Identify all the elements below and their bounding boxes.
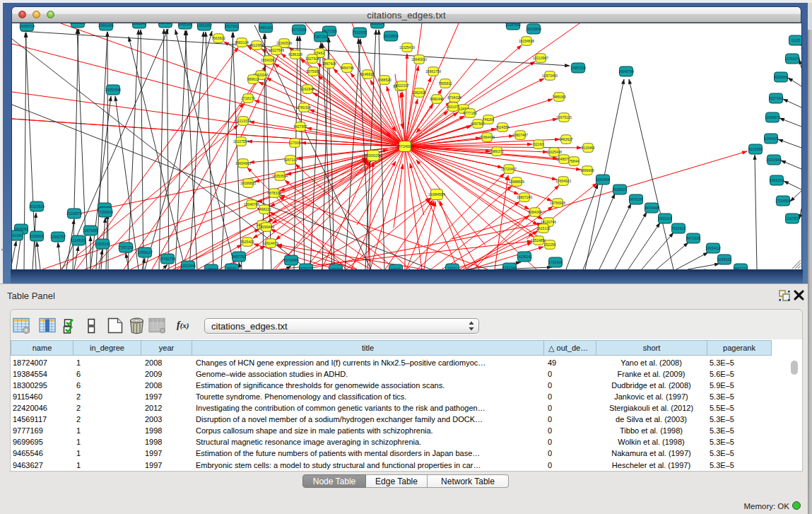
svg-text:20364436: 20364436 [479, 135, 495, 139]
svg-text:18724007: 18724007 [396, 144, 413, 148]
svg-text:16210943: 16210943 [766, 158, 782, 162]
svg-text:16648784: 16648784 [618, 69, 634, 74]
svg-text:10914479: 10914479 [263, 241, 278, 245]
svg-text:18227509: 18227509 [269, 48, 284, 52]
svg-text:391159: 391159 [12, 233, 22, 238]
svg-text:9227342: 9227342 [769, 96, 783, 100]
svg-text:6734028: 6734028 [447, 95, 461, 100]
svg-text:19654963: 19654963 [235, 161, 251, 165]
svg-text:15716485: 15716485 [283, 258, 299, 262]
svg-text:8912954: 8912954 [249, 43, 264, 47]
svg-text:20691406: 20691406 [98, 23, 114, 28]
svg-text:20595139: 20595139 [70, 23, 86, 25]
svg-text:1640954: 1640954 [596, 177, 610, 182]
svg-text:15640910: 15640910 [411, 57, 427, 62]
svg-text:1615132: 1615132 [536, 226, 551, 230]
svg-text:2867608: 2867608 [322, 62, 336, 66]
svg-text:11325419: 11325419 [399, 45, 415, 49]
svg-text:10107554: 10107554 [233, 139, 249, 144]
svg-text:1362615: 1362615 [412, 90, 426, 95]
svg-text:3624554: 3624554 [495, 125, 510, 129]
svg-text:7625402: 7625402 [240, 240, 254, 244]
svg-text:10958107: 10958107 [137, 250, 153, 255]
svg-text:9242848: 9242848 [300, 87, 314, 91]
svg-text:8186328: 8186328 [288, 52, 302, 57]
svg-text:9322037: 9322037 [395, 83, 409, 88]
svg-text:19756928: 19756928 [550, 201, 565, 205]
svg-text:10719155: 10719155 [291, 28, 307, 32]
svg-text:6466160: 6466160 [259, 25, 273, 30]
svg-text:12213314: 12213314 [235, 119, 251, 123]
svg-text:10653267: 10653267 [196, 23, 212, 28]
svg-text:9990448: 9990448 [430, 97, 444, 101]
svg-text:10046788: 10046788 [244, 202, 259, 206]
svg-text:1081140: 1081140 [132, 23, 146, 25]
svg-text:13957224: 13957224 [570, 66, 586, 70]
svg-text:989612: 989612 [247, 77, 259, 81]
svg-text:8938923: 8938923 [613, 187, 627, 192]
svg-text:1065326: 1065326 [178, 23, 192, 26]
svg-text:1678275: 1678275 [299, 267, 313, 269]
svg-text:14099489: 14099489 [259, 225, 274, 229]
svg-text:1733426: 1733426 [548, 260, 563, 264]
svg-text:129234: 129234 [330, 267, 342, 269]
svg-text:12923446: 12923446 [180, 264, 196, 268]
svg-text:9375685: 9375685 [306, 69, 320, 74]
svg-text:746266: 746266 [483, 117, 495, 122]
svg-text:6497568: 6497568 [471, 122, 485, 126]
svg-text:9329966: 9329966 [774, 75, 788, 79]
svg-text:9146821: 9146821 [360, 72, 375, 76]
svg-text:16154838: 16154838 [519, 39, 534, 43]
svg-text:7955812: 7955812 [438, 81, 452, 86]
svg-text:9115460: 9115460 [581, 146, 594, 150]
svg-text:6479197: 6479197 [629, 197, 643, 201]
svg-text:116753: 116753 [787, 216, 799, 221]
svg-text:10973493: 10973493 [542, 74, 558, 78]
svg-text:1156829: 1156829 [30, 234, 43, 238]
svg-text:17016504: 17016504 [775, 199, 791, 203]
svg-text:9777169: 9777169 [463, 111, 477, 115]
svg-text:7357224: 7357224 [314, 35, 328, 39]
svg-text:3267110: 3267110 [283, 158, 297, 162]
svg-text:148506: 148506 [206, 267, 218, 269]
svg-text:12213967: 12213967 [533, 56, 548, 60]
svg-text:14120746: 14120746 [541, 220, 556, 224]
svg-text:9427552: 9427552 [293, 124, 307, 129]
svg-text:10688609: 10688609 [509, 180, 524, 184]
svg-text:2780314: 2780314 [297, 105, 311, 110]
svg-text:22260538: 22260538 [276, 41, 292, 45]
svg-text:252254: 252254 [544, 243, 556, 247]
svg-text:75844: 75844 [569, 159, 579, 163]
svg-text:12505135: 12505135 [95, 242, 110, 246]
svg-text:20187682: 20187682 [505, 23, 521, 27]
svg-text:11125: 11125 [791, 38, 800, 42]
svg-text:95051: 95051 [227, 267, 237, 269]
svg-text:13571: 13571 [447, 267, 457, 269]
svg-text:8454749: 8454749 [340, 66, 354, 70]
svg-text:9457791: 9457791 [232, 255, 246, 259]
svg-text:13751074: 13751074 [784, 57, 800, 61]
svg-text:17654923: 17654923 [555, 179, 571, 183]
svg-text:16782759: 16782759 [160, 257, 175, 261]
svg-text:114519: 114519 [73, 238, 85, 243]
svg-text:7986372: 7986372 [490, 149, 504, 153]
svg-text:1292344: 1292344 [502, 266, 517, 269]
svg-text:10807487: 10807487 [512, 133, 528, 137]
svg-text:19218506: 19218506 [383, 34, 399, 38]
svg-text:19166825: 19166825 [240, 181, 256, 185]
svg-text:14055724: 14055724 [19, 24, 35, 28]
svg-text:2933114: 2933114 [658, 216, 671, 221]
svg-text:1588520: 1588520 [377, 78, 392, 82]
svg-text:15720407: 15720407 [501, 167, 517, 171]
svg-text:1569291: 1569291 [770, 178, 784, 182]
svg-text:8878332: 8878332 [267, 191, 281, 195]
svg-text:9327508: 9327508 [305, 57, 319, 61]
svg-text:7515535: 7515535 [353, 30, 367, 35]
svg-text:1244415: 1244415 [764, 136, 778, 141]
svg-text:9463627: 9463627 [559, 137, 573, 141]
svg-text:94577: 94577 [391, 267, 401, 269]
svg-text:7485063: 7485063 [552, 95, 566, 99]
svg-text:8471636: 8471636 [686, 236, 700, 240]
svg-text:12942757: 12942757 [50, 235, 66, 239]
svg-text:10654112: 10654112 [705, 246, 721, 250]
